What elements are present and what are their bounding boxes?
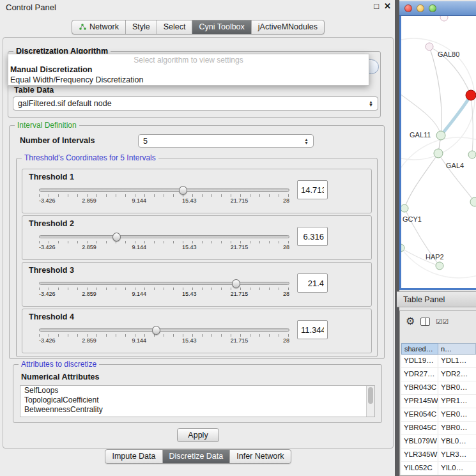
- panel-divider[interactable]: [395, 0, 399, 476]
- column-header-shared-name[interactable]: shared…: [401, 343, 438, 355]
- list-item[interactable]: TopologicalCoefficient: [20, 395, 374, 405]
- table-data-combo[interactable]: galFiltered.sif default node ▲▼: [13, 96, 378, 111]
- bottom-tab-bar: Impute Data Discretize Data Infer Networ…: [0, 449, 396, 464]
- network-graph: GAL80 GAL11 GAL4 GCY1 HAP2: [401, 16, 476, 288]
- control-panel-titlebar: Control Panel: [0, 0, 396, 14]
- tick-label: 15.43: [182, 244, 197, 250]
- network-tab-icon: [79, 23, 86, 31]
- threshold-1-panel: Threshold 1 -3.426 2.859 9.144 15.43 21.…: [22, 169, 372, 213]
- slider-thumb[interactable]: [152, 326, 160, 335]
- network-node[interactable]: [436, 262, 443, 270]
- tick-label: 2.859: [82, 197, 96, 204]
- slider-track[interactable]: [39, 328, 289, 332]
- thresholds-group-title: Threshold's Coordinates for 5 Intervals: [22, 153, 158, 162]
- table-row[interactable]: YPR145WYPR1…: [401, 395, 476, 408]
- slider-track[interactable]: [39, 235, 289, 238]
- gear-icon[interactable]: ⚙: [406, 316, 415, 326]
- tab-select[interactable]: Select: [157, 20, 193, 34]
- tab-cyni-toolbox[interactable]: Cyni Toolbox: [192, 20, 251, 34]
- tick-label: 21.715: [231, 244, 249, 250]
- window-title: Control Panel: [6, 3, 56, 12]
- slider-track[interactable]: [39, 188, 289, 192]
- tab-style[interactable]: Style: [126, 20, 157, 34]
- network-node[interactable]: [470, 197, 476, 206]
- columns-icon[interactable]: [420, 318, 430, 326]
- tick-label-row: -3.426 2.859 9.144 15.43 21.715 28: [39, 197, 289, 205]
- slider-thumb[interactable]: [232, 279, 240, 288]
- tab-impute-data-label: Impute Data: [112, 452, 155, 461]
- top-tab-bar: Network Style Select Cyni Toolbox jActiv…: [0, 20, 396, 35]
- network-node[interactable]: [426, 43, 433, 50]
- table-row[interactable]: YIL052CYIL0…: [401, 462, 476, 475]
- scrollbar-thumb[interactable]: [368, 387, 373, 404]
- attributes-list: SelfLoops TopologicalCoefficient Between…: [20, 385, 375, 417]
- apply-button[interactable]: Apply: [177, 428, 219, 442]
- tab-impute-data[interactable]: Impute Data: [105, 450, 162, 463]
- tick-label: -3.426: [39, 197, 56, 204]
- table-row[interactable]: YDL19…YDL1…: [401, 355, 476, 368]
- threshold-2-value-input[interactable]: [297, 227, 328, 246]
- network-node[interactable]: [468, 151, 476, 158]
- attributes-scrollbar[interactable]: [366, 386, 374, 417]
- cell: YPR145W: [401, 395, 438, 408]
- zoom-traffic-light[interactable]: [429, 4, 436, 12]
- tick-label: 9.144: [132, 244, 147, 250]
- interval-definition-group: Interval Definition Number of Intervals …: [9, 125, 385, 359]
- threshold-2-label: Threshold 2: [29, 219, 74, 228]
- threshold-4-value-input[interactable]: [297, 320, 328, 339]
- tab-network[interactable]: Network: [72, 20, 126, 34]
- cell: YBR0…: [438, 422, 476, 434]
- network-edge: [404, 153, 438, 208]
- node-label: GAL11: [410, 131, 431, 139]
- algorithm-option-equal-width[interactable]: Equal Width/Frequency Discretization: [8, 75, 369, 85]
- tick-label: 21.715: [231, 291, 249, 297]
- close-window-icon[interactable]: ✕: [384, 1, 391, 11]
- tick-label: 28: [283, 337, 289, 344]
- tick-label: 2.859: [82, 244, 96, 250]
- minimize-traffic-light[interactable]: [417, 4, 424, 12]
- slider-thumb[interactable]: [112, 233, 121, 242]
- network-node-selected[interactable]: [466, 90, 476, 100]
- table-row[interactable]: YDR27…YDR2…: [401, 368, 476, 381]
- cell: YER054C: [401, 408, 438, 421]
- slider-track[interactable]: [39, 282, 289, 285]
- cell: YIL0…: [438, 462, 476, 475]
- tick-label: 9.144: [132, 337, 147, 344]
- list-item[interactable]: BetweennessCentrality: [20, 405, 374, 415]
- tab-style-label: Style: [132, 22, 150, 31]
- table-row[interactable]: YER054CYER0…: [401, 408, 476, 422]
- number-of-intervals-combo[interactable]: 5 ▲▼: [138, 134, 314, 148]
- column-header-name[interactable]: n…: [438, 343, 476, 355]
- float-window-icon[interactable]: □: [374, 1, 379, 11]
- tick-label: 15.43: [182, 291, 197, 297]
- attributes-group-title: Attributes to discretize: [19, 360, 99, 369]
- tab-jactivemnodules[interactable]: jActiveMNodules: [252, 20, 324, 34]
- network-node[interactable]: [434, 149, 443, 158]
- table-window: ⚙ ☑☑ shared… n… YDL19…YDL1… YDR27…YDR2… …: [399, 311, 476, 476]
- network-node[interactable]: [401, 204, 408, 212]
- network-node[interactable]: [436, 131, 445, 140]
- cell: YBR0…: [438, 381, 476, 394]
- network-canvas[interactable]: GAL80 GAL11 GAL4 GCY1 HAP2: [399, 16, 476, 290]
- slider-thumb[interactable]: [179, 186, 187, 195]
- tick-label-row: -3.426 2.859 9.144 15.43 21.715 28: [39, 337, 289, 345]
- screen: Control Panel □ ✕ Network Style: [0, 0, 476, 476]
- network-node[interactable]: [440, 16, 448, 21]
- cell: YDR27…: [401, 368, 438, 381]
- tab-discretize-data[interactable]: Discretize Data: [163, 450, 231, 463]
- network-edge: [438, 153, 475, 202]
- threshold-4-slider: -3.426 2.859 9.144 15.43 21.715 28: [39, 328, 289, 345]
- table-row[interactable]: YBR045CYBR0…: [401, 422, 476, 435]
- table-row[interactable]: YBL079WYBL0…: [401, 435, 476, 449]
- table-row[interactable]: YLR345WYLR3…: [401, 449, 476, 462]
- select-columns-checkboxes-icon[interactable]: ☑☑: [436, 318, 449, 326]
- table-row[interactable]: YBR043CYBR0…: [401, 381, 476, 395]
- threshold-1-value-input[interactable]: [297, 180, 328, 199]
- close-traffic-light[interactable]: [404, 4, 412, 12]
- network-node[interactable]: [401, 244, 404, 252]
- tick-label: 15.43: [182, 197, 197, 204]
- algorithm-option-manual[interactable]: Manual Discretization: [8, 65, 369, 75]
- threshold-3-value-input[interactable]: [297, 273, 328, 293]
- tab-infer-network[interactable]: Infer Network: [230, 450, 290, 463]
- list-item[interactable]: SelfLoops: [20, 386, 374, 395]
